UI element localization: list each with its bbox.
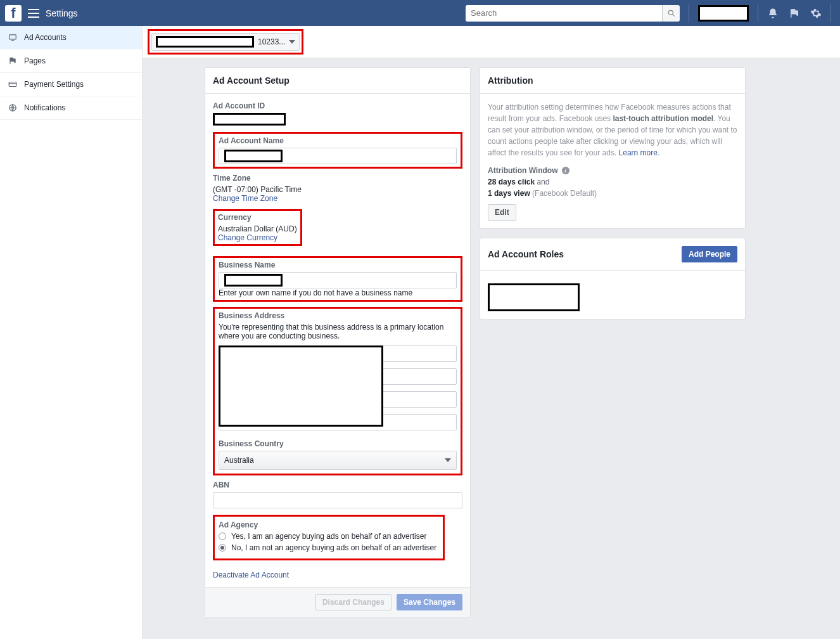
sidebar-item-label: Notifications	[24, 103, 65, 112]
ad-account-name-highlight: Ad Account Name	[213, 132, 462, 169]
deactivate-link[interactable]: Deactivate Ad Account	[213, 571, 289, 579]
add-people-button[interactable]: Add People	[682, 246, 737, 262]
abn-field: ABN	[213, 481, 462, 508]
user-chip-redacted[interactable]	[698, 5, 749, 22]
svg-rect-4	[9, 82, 16, 87]
ad-account-roles-card: Ad Account Roles Add People	[480, 238, 746, 320]
payment-icon	[8, 79, 18, 89]
timezone-value: (GMT -07:00) Pacific Time	[213, 185, 462, 194]
pages-icon	[8, 56, 18, 66]
account-name-redacted	[156, 36, 254, 48]
agency-yes-row[interactable]: Yes, I am an agency buying ads on behalf…	[219, 532, 436, 541]
search-icon	[667, 9, 676, 18]
business-address-label: Business Address	[219, 311, 457, 320]
business-name-input[interactable]	[219, 272, 457, 288]
abn-label: ABN	[213, 481, 462, 489]
business-name-hint: Enter your own name if you do not have a…	[219, 288, 457, 297]
search-input[interactable]	[466, 5, 662, 22]
facebook-logo[interactable]: f	[5, 5, 22, 22]
discard-button[interactable]: Discard Changes	[315, 594, 391, 610]
abn-input[interactable]	[213, 492, 462, 508]
business-address-hint: You're representing that this business a…	[219, 323, 457, 340]
ad-account-id-label: Ad Account ID	[213, 101, 462, 110]
change-currency-link[interactable]: Change Currency	[218, 233, 277, 242]
radio-checked-icon	[219, 544, 226, 552]
business-country-select[interactable]: Australia	[219, 451, 457, 470]
ad-account-setup-card: Ad Account Setup Ad Account ID Ad Accoun…	[205, 67, 471, 617]
role-entry-redacted	[488, 283, 580, 311]
radio-icon	[219, 532, 226, 540]
currency-label: Currency	[218, 213, 297, 222]
notifications-icon[interactable]	[766, 6, 780, 20]
agency-no-row[interactable]: No, I am not an agency buying ads on beh…	[219, 543, 436, 552]
attribution-view-line: 1 days view (Facebook Default)	[488, 189, 737, 198]
sidebar: Ad Accounts Pages Payment Settings Notif…	[0, 26, 143, 639]
account-selector[interactable]: 10233...	[151, 33, 300, 51]
roles-title: Ad Account Roles	[488, 249, 564, 259]
sidebar-item-label: Payment Settings	[24, 80, 84, 89]
ad-account-id-redacted	[213, 113, 286, 126]
timezone-field: Time Zone (GMT -07:00) Pacific Time Chan…	[213, 174, 462, 203]
business-address-highlight: Business Address You're representing tha…	[213, 307, 462, 475]
account-bar: 10233...	[143, 26, 840, 58]
ad-accounts-icon	[8, 32, 18, 42]
ad-agency-label: Ad Agency	[219, 520, 436, 529]
topbar: f Settings	[0, 0, 840, 26]
attribution-title: Attribution	[488, 75, 533, 86]
svg-point-0	[668, 10, 673, 15]
ad-account-id-field: Ad Account ID	[213, 101, 462, 126]
currency-highlight: Currency Australian Dollar (AUD) Change …	[213, 209, 302, 246]
change-timezone-link[interactable]: Change Time Zone	[213, 194, 277, 203]
gear-icon[interactable]	[809, 6, 823, 20]
attribution-click-line: 28 days click and	[488, 178, 737, 186]
info-icon[interactable]: i	[562, 167, 570, 174]
ad-account-name-input[interactable]	[219, 148, 457, 164]
ad-agency-highlight: Ad Agency Yes, I am an agency buying ads…	[213, 515, 445, 560]
page-title: Settings	[46, 8, 78, 18]
edit-attribution-button[interactable]: Edit	[488, 204, 516, 221]
save-button[interactable]: Save Changes	[397, 594, 462, 610]
address-redacted	[219, 345, 383, 427]
currency-value: Australian Dollar (AUD)	[218, 224, 297, 233]
svg-rect-2	[10, 35, 16, 39]
learn-more-link[interactable]: Learn more	[619, 148, 658, 157]
globe-icon	[8, 103, 18, 113]
business-country-label: Business Country	[219, 439, 457, 448]
sidebar-item-payment-settings[interactable]: Payment Settings	[0, 73, 142, 96]
sidebar-item-label: Ad Accounts	[24, 33, 67, 42]
chevron-down-icon	[445, 458, 451, 462]
ad-account-name-redacted	[224, 150, 283, 162]
setup-title: Ad Account Setup	[213, 75, 290, 86]
ad-account-name-label: Ad Account Name	[219, 136, 457, 145]
search-button[interactable]	[662, 5, 680, 22]
attribution-window-label: Attribution Window i	[488, 166, 737, 175]
business-name-highlight: Business Name Enter your own name if you…	[213, 256, 462, 302]
account-id-fragment: 10233...	[258, 37, 285, 46]
timezone-label: Time Zone	[213, 174, 462, 183]
search-box	[466, 5, 680, 22]
hamburger-icon[interactable]	[28, 9, 39, 18]
agency-no-label: No, I am not an agency buying ads on beh…	[231, 543, 436, 552]
account-selector-highlight: 10233...	[148, 29, 303, 55]
business-name-redacted	[224, 274, 283, 287]
attribution-description: Your attribution setting determines how …	[488, 101, 737, 158]
sidebar-item-notifications[interactable]: Notifications	[0, 96, 142, 120]
attribution-card: Attribution Your attribution setting det…	[480, 67, 746, 229]
business-name-label: Business Name	[219, 261, 457, 269]
business-country-value: Australia	[224, 456, 254, 465]
agency-yes-label: Yes, I am an agency buying ads on behalf…	[231, 532, 426, 541]
svg-line-1	[672, 14, 674, 16]
sidebar-item-ad-accounts[interactable]: Ad Accounts	[0, 26, 142, 49]
chevron-down-icon	[289, 40, 295, 44]
sidebar-item-label: Pages	[24, 56, 46, 65]
sidebar-item-pages[interactable]: Pages	[0, 49, 142, 73]
flag-icon[interactable]	[787, 6, 801, 20]
